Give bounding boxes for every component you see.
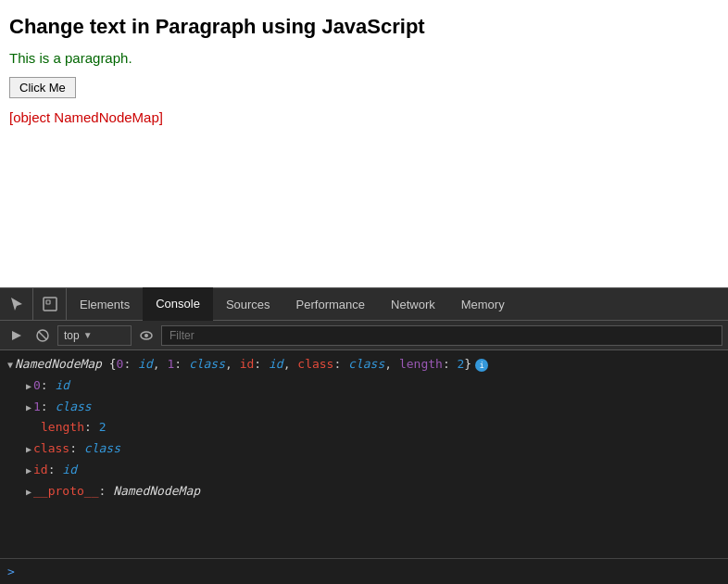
tab-sources[interactable]: Sources	[213, 287, 283, 321]
devtools-panel: Elements Console Sources Performance Net…	[0, 287, 728, 584]
click-me-button[interactable]: Click Me	[9, 77, 76, 98]
console-toolbar: top ▼	[0, 321, 728, 350]
console-input[interactable]	[20, 565, 721, 578]
tab-console[interactable]: Console	[143, 287, 213, 321]
expand-arrow-proto[interactable]	[26, 485, 31, 500]
expand-arrow-0[interactable]	[26, 379, 31, 394]
inspect-icon[interactable]	[33, 287, 67, 321]
console-entry-proto[interactable]: __proto__: NamedNodeMap	[0, 481, 728, 502]
filter-input[interactable]	[161, 325, 722, 346]
context-selector[interactable]: top ▼	[57, 325, 132, 346]
result-text: [object NamedNodeMap]	[9, 109, 719, 125]
svg-rect-1	[46, 300, 50, 304]
chevron-icon: ▼	[83, 330, 93, 340]
page-title: Change text in Paragraph using JavaScrip…	[9, 15, 719, 39]
svg-marker-2	[12, 331, 21, 340]
expand-arrow-1[interactable]	[26, 400, 31, 415]
console-entry-0[interactable]: 0: id	[0, 375, 728, 397]
cursor-icon[interactable]	[0, 287, 33, 321]
expand-arrow-id[interactable]	[26, 463, 31, 478]
tab-elements[interactable]: Elements	[67, 287, 143, 321]
eye-icon[interactable]	[135, 324, 157, 347]
expand-arrow-class[interactable]	[26, 442, 31, 457]
tab-memory[interactable]: Memory	[448, 287, 518, 321]
svg-point-6	[144, 334, 148, 337]
console-entry-1[interactable]: 1: class	[0, 397, 728, 418]
expand-arrow-root[interactable]	[7, 358, 13, 373]
devtools-tabbar: Elements Console Sources Performance Net…	[0, 287, 728, 321]
stop-icon[interactable]	[31, 324, 54, 347]
console-entry-id[interactable]: id: id	[0, 460, 728, 481]
console-entry-length: length: 2	[0, 417, 728, 438]
console-output: NamedNodeMap {0: id, 1: class, id: id, c…	[0, 350, 728, 558]
execute-icon[interactable]	[6, 324, 28, 347]
console-root-entry[interactable]: NamedNodeMap {0: id, 1: class, id: id, c…	[0, 354, 728, 375]
info-icon: i	[475, 359, 488, 372]
browser-content: Change text in Paragraph using JavaScrip…	[0, 0, 728, 287]
svg-line-4	[39, 332, 46, 339]
console-prompt: >	[7, 565, 15, 578]
tab-performance[interactable]: Performance	[283, 287, 378, 321]
console-input-line: >	[0, 558, 728, 584]
console-entry-class[interactable]: class: class	[0, 438, 728, 460]
paragraph-text: This is a paragraph.	[9, 50, 719, 66]
tab-network[interactable]: Network	[378, 287, 448, 321]
